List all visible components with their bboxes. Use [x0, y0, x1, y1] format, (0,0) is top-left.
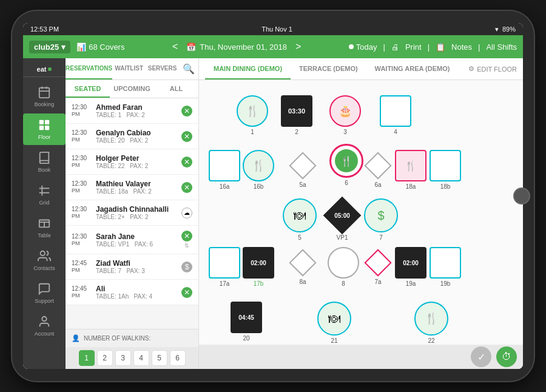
table-21[interactable]: 🍽 21: [317, 302, 351, 344]
table-8a[interactable]: 8a: [289, 249, 317, 285]
notes-label[interactable]: Notes: [451, 42, 472, 52]
status-date: Thu Nov 1: [261, 25, 292, 33]
eat-dot-sidebar: [48, 67, 52, 71]
table-label-22: 22: [428, 337, 434, 344]
page-5[interactable]: 5: [152, 350, 167, 366]
calendar-icon: 📅: [186, 42, 196, 52]
check-btn[interactable]: ✓: [471, 346, 491, 367]
page-4[interactable]: 4: [133, 350, 149, 366]
sidebar-item-booking[interactable]: Booking: [23, 81, 66, 112]
search-btn[interactable]: 🔍: [179, 58, 198, 79]
res-status-ahmed: ✕: [181, 106, 192, 117]
sidebar-item-floor[interactable]: Floor: [23, 113, 66, 145]
page-3[interactable]: 3: [115, 350, 131, 366]
table-17b[interactable]: 02:00 17b: [243, 247, 274, 287]
res-info-holger: Holger Peter TABLE: 22 PAX: 2: [96, 154, 177, 169]
table-1[interactable]: 🍴 1: [237, 95, 268, 135]
page-1[interactable]: 1: [79, 350, 95, 366]
cutlery-icon-6: 🍴: [340, 155, 352, 167]
res-time-holger: 12:30PM: [72, 155, 91, 169]
cover-icon-5: 🍽: [294, 209, 306, 223]
venue-selector[interactable]: club25 ▾: [29, 41, 70, 53]
page-6[interactable]: 6: [170, 350, 186, 366]
res-item-mathieu[interactable]: 12:30PM Mathieu Valayer TABLE: 18a PAX: …: [66, 175, 198, 200]
sidebar-item-support[interactable]: Support: [23, 277, 66, 309]
table-5a[interactable]: 5a: [289, 152, 317, 188]
sidebar-item-table[interactable]: Table: [23, 212, 66, 243]
res-item-ali[interactable]: 12:45PM Ali TABLE: 1Ah PAX: 4 ✕: [66, 280, 198, 305]
tab-servers[interactable]: SERVERS: [146, 58, 179, 79]
table-label-18b: 18b: [440, 183, 451, 190]
cake-icon-3: 🎂: [339, 104, 352, 118]
table-3[interactable]: 🎂 3: [329, 95, 361, 135]
table-4[interactable]: 4: [380, 95, 411, 135]
today-btn[interactable]: Today: [349, 42, 377, 52]
status-bar: 12:53 PM Thu Nov 1 ▾ 89%: [23, 23, 523, 35]
svg-point-14: [41, 251, 45, 255]
table-5[interactable]: 🍽 5: [283, 198, 317, 241]
current-date: Thu, November 01, 2018: [200, 42, 287, 52]
res-extra-sarah: ⇅: [184, 243, 189, 249]
table-16b[interactable]: 🍴 16b: [243, 150, 274, 190]
table-7a[interactable]: 7a: [364, 249, 392, 285]
table-18a[interactable]: 🍴 18a: [395, 150, 426, 190]
table-17a[interactable]: 17a: [209, 247, 240, 287]
res-item-ahmed[interactable]: 12:30PM Ahmed Faran TABLE: 1 PAX: 2 ✕: [66, 98, 198, 124]
res-info-genalyn: Genalyn Cabiao TABLE: 20 PAX: 2: [96, 129, 177, 144]
all-shifts-label[interactable]: All Shifts: [486, 42, 517, 52]
res-item-holger[interactable]: 12:30PM Holger Peter TABLE: 22 PAX: 2 ✕: [66, 149, 198, 175]
wifi-icon: ▾: [495, 25, 499, 33]
sidebar-item-account[interactable]: Account: [23, 310, 66, 342]
table-label-21: 21: [331, 337, 337, 344]
tab-seated[interactable]: SEATED: [66, 80, 110, 98]
svg-rect-6: [39, 126, 44, 130]
sidebar-item-grid[interactable]: Grid: [23, 179, 66, 211]
sidebar: eat Booking Floor Book: [23, 58, 66, 369]
table-22[interactable]: 🍴 22: [414, 302, 448, 344]
next-date-btn[interactable]: >: [292, 40, 305, 53]
table-2[interactable]: 03:30 2: [281, 95, 312, 135]
page-2[interactable]: 2: [97, 350, 113, 366]
res-item-jagadish[interactable]: 12:30PM Jagadish Chinnahalli TABLE: 2+ P…: [66, 200, 198, 226]
table-vp1[interactable]: 05:00 VP1: [325, 198, 359, 241]
tab-waitlist[interactable]: WAITLIST: [112, 58, 146, 79]
notes-icon: 📋: [436, 42, 445, 52]
res-item-genalyn[interactable]: 12:30PM Genalyn Cabiao TABLE: 20 PAX: 2 …: [66, 124, 198, 149]
clock-btn[interactable]: ⏱: [496, 346, 517, 367]
prev-date-btn[interactable]: <: [169, 40, 181, 53]
tab-upcoming[interactable]: UPCOMING: [110, 80, 154, 98]
res-item-ziad[interactable]: 12:45PM Ziad Watfi TABLE: 7 PAX: 3 $: [66, 254, 198, 280]
res-info-ahmed: Ahmed Faran TABLE: 1 PAX: 2: [96, 103, 177, 118]
chart-icon: 📊: [76, 42, 86, 52]
tab-all[interactable]: ALL: [154, 80, 198, 98]
sidebar-item-contacts[interactable]: Contacts: [23, 245, 66, 276]
table-6[interactable]: 🍴 6: [329, 144, 363, 186]
walkins-label: NUMBER OF WALKINS:: [84, 335, 150, 342]
res-item-sarah[interactable]: 12:30PM Sarah Jane TABLE: VP1 PAX: 6 ✕ ⇅: [66, 226, 198, 254]
table-20[interactable]: 04:45 20: [231, 302, 262, 342]
covers-badge: 📊 68 Covers: [76, 42, 124, 52]
sidebar-item-book[interactable]: Book: [23, 146, 66, 178]
ipad-home-button[interactable]: [513, 188, 530, 204]
floor-tab-terrace[interactable]: TERRACE (DEMO): [291, 58, 366, 79]
edit-floor-label: EDIT FLOOR: [477, 66, 517, 73]
table-18b[interactable]: 18b: [430, 150, 461, 190]
table-6a[interactable]: 6a: [364, 152, 392, 188]
svg-rect-0: [39, 88, 50, 98]
covers-count: 68 Covers: [89, 42, 124, 52]
table-8[interactable]: 8: [328, 247, 359, 287]
table-label-vp1: VP1: [337, 234, 348, 241]
floor-tab-waiting[interactable]: WAITING AREA (DEMO): [366, 58, 459, 79]
tab-reservations[interactable]: RESERVATIONS: [66, 58, 112, 79]
floor-tab-main[interactable]: MAIN DINING (DEMO): [205, 58, 291, 79]
table-7[interactable]: $ 7: [364, 198, 398, 241]
edit-floor-btn[interactable]: ⚙ EDIT FLOOR: [468, 65, 517, 73]
table-16a[interactable]: 16a: [209, 150, 240, 190]
status-time: 12:53 PM: [30, 25, 59, 33]
table-19a[interactable]: 02:00 19a: [395, 247, 426, 287]
table-19b[interactable]: 19b: [430, 247, 461, 287]
table-label-1: 1: [251, 129, 254, 135]
cutlery-icon-16b: 🍴: [252, 159, 265, 172]
status-right: ▾ 89%: [495, 25, 516, 33]
print-label[interactable]: Print: [405, 42, 422, 52]
